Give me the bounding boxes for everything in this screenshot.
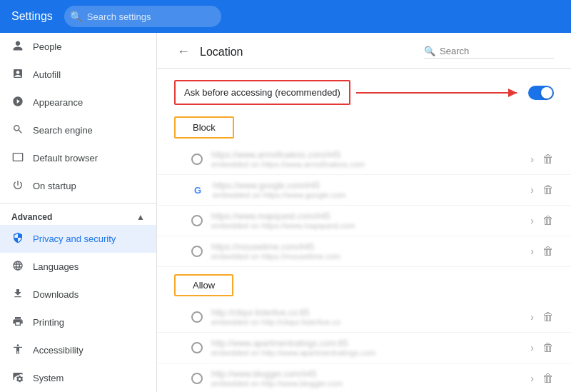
allow-section: Allow: [157, 274, 571, 299]
site-sub: embedded on https://mousetime.com: [211, 252, 522, 261]
block-sites-list: https://www.armsfinaless.com/#45 embedde…: [157, 144, 571, 267]
sidebar-item-accessibility[interactable]: Accessibility: [0, 336, 156, 364]
allow-sites-list: http://cliqur.listerlive.co:85 embedded …: [157, 302, 571, 392]
sidebar-label-autofill: Autofill: [33, 69, 145, 80]
delete-button[interactable]: 🗑: [542, 341, 554, 354]
on-startup-icon: [11, 179, 24, 193]
advanced-label: Advanced: [11, 212, 52, 222]
chevron-right-icon[interactable]: ›: [530, 311, 534, 323]
site-text: http://cliqur.listerlive.co:85 embedded …: [211, 308, 522, 326]
delete-button[interactable]: 🗑: [542, 214, 554, 227]
list-item: https://www.mapquest.com/#45 embedded on…: [157, 206, 571, 236]
topbar-search-wrap: 🔍: [64, 6, 221, 27]
site-text: https://mousetime.com/#45 embedded on ht…: [211, 242, 522, 261]
allow-label: Allow: [174, 274, 233, 296]
sidebar-item-default-browser[interactable]: Default browser: [0, 144, 156, 172]
site-globe-icon: [191, 373, 203, 384]
sidebar-label-accessibility: Accessibility: [33, 345, 145, 356]
site-sub: embedded on https://www.armsfinaless.com: [211, 160, 522, 169]
sidebar-item-on-startup[interactable]: On startup: [0, 172, 156, 200]
content-search-input[interactable]: [440, 46, 554, 56]
advanced-chevron-icon: ▲: [136, 212, 145, 222]
sidebar-label-downloads: Downloads: [33, 289, 145, 300]
system-icon: [11, 371, 24, 385]
sidebar-label-system: System: [33, 373, 145, 383]
sidebar-item-downloads[interactable]: Downloads: [0, 281, 156, 308]
delete-button[interactable]: 🗑: [542, 184, 554, 196]
page-title: Location: [200, 46, 243, 59]
sidebar-item-system[interactable]: System: [0, 364, 156, 392]
sidebar-item-privacy-security[interactable]: Privacy and security: [0, 225, 156, 253]
chevron-right-icon[interactable]: ›: [530, 154, 534, 165]
site-url: http://www.blogger.com/#45: [211, 369, 522, 379]
list-item: https://mousetime.com/#45 embedded on ht…: [157, 236, 571, 267]
languages-icon: [11, 260, 24, 273]
arrow-indicator: [356, 86, 522, 100]
site-url: http://www.apartmentratings.com:85: [211, 338, 522, 348]
ask-before-accessing-row: Ask before accessing (recommended): [157, 69, 571, 116]
chevron-right-icon[interactable]: ›: [530, 184, 534, 196]
delete-button[interactable]: 🗑: [542, 311, 554, 323]
site-globe-icon: [191, 246, 203, 257]
list-item: https://www.armsfinaless.com/#45 embedde…: [157, 144, 571, 175]
delete-button[interactable]: 🗑: [542, 372, 554, 385]
topbar-search-input[interactable]: [64, 6, 221, 27]
sidebar-label-people: People: [33, 41, 145, 52]
chevron-right-icon[interactable]: ›: [530, 373, 534, 384]
toggle-knob: [541, 87, 552, 99]
google-icon: G: [191, 184, 204, 196]
sidebar-divider: [0, 203, 156, 203]
sidebar-label-languages: Languages: [33, 261, 145, 272]
site-url: https://www.mapquest.com/#45: [211, 211, 522, 221]
printing-icon: [11, 316, 24, 329]
sidebar-label-default-browser: Default browser: [33, 153, 145, 164]
sidebar-item-people[interactable]: People: [0, 33, 156, 61]
people-icon: [11, 40, 24, 54]
sidebar-item-appearance[interactable]: Appearance: [0, 89, 156, 116]
site-text: https://www.armsfinaless.com/#45 embedde…: [211, 150, 522, 169]
site-globe-icon: [191, 342, 203, 353]
site-text: http://www.apartmentratings.com:85 embed…: [211, 338, 522, 357]
sidebar-label-printing: Printing: [33, 317, 145, 328]
sidebar-item-autofill[interactable]: Autofill: [0, 61, 156, 89]
delete-button[interactable]: 🗑: [542, 245, 554, 258]
block-section: Block: [157, 116, 571, 141]
privacy-security-icon: [11, 232, 24, 246]
autofill-icon: [11, 68, 24, 81]
sidebar-item-search-engine[interactable]: Search engine: [0, 116, 156, 144]
appearance-icon: [11, 96, 24, 109]
site-url: https://www.armsfinaless.com/#45: [211, 150, 522, 160]
default-browser-icon: [11, 151, 24, 165]
search-engine-icon: [11, 124, 24, 137]
list-item: http://www.apartmentratings.com:85 embed…: [157, 333, 571, 363]
accessibility-icon: [11, 343, 24, 357]
site-url: http://cliqur.listerlive.co:85: [211, 308, 522, 318]
back-button[interactable]: ←: [174, 43, 193, 61]
site-sub: embedded on https://www.mapquest.com: [211, 221, 522, 230]
site-sub: embedded on http://www.blogger.com: [211, 379, 522, 388]
sidebar-label-search-engine: Search engine: [33, 125, 145, 136]
site-text: http://www.blogger.com/#45 embedded on h…: [211, 369, 522, 388]
delete-button[interactable]: 🗑: [542, 153, 554, 166]
site-text: https://www.google.com/#45 embedded on h…: [213, 181, 522, 199]
sidebar-item-printing[interactable]: Printing: [0, 308, 156, 336]
content-area: ← Location 🔍 Ask before accessing (recom…: [157, 33, 571, 392]
sidebar-label-on-startup: On startup: [33, 181, 145, 191]
block-label: Block: [174, 116, 234, 139]
content-header: ← Location 🔍: [157, 33, 571, 69]
ask-toggle[interactable]: [528, 86, 554, 100]
site-globe-icon: [191, 311, 203, 323]
chevron-right-icon[interactable]: ›: [530, 215, 534, 226]
site-globe-icon: [191, 215, 203, 226]
chevron-right-icon[interactable]: ›: [530, 342, 534, 353]
main-layout: People Autofill Appearance Search engine…: [0, 33, 571, 392]
site-url: https://www.google.com/#45: [213, 181, 522, 191]
advanced-section-header[interactable]: Advanced ▲: [0, 206, 156, 225]
site-text: https://www.mapquest.com/#45 embedded on…: [211, 211, 522, 230]
content-search-icon: 🔍: [424, 46, 435, 56]
list-item: http://www.blogger.com/#45 embedded on h…: [157, 363, 571, 392]
sidebar: People Autofill Appearance Search engine…: [0, 33, 157, 392]
chevron-right-icon[interactable]: ›: [530, 246, 534, 257]
sidebar-item-languages[interactable]: Languages: [0, 253, 156, 281]
sidebar-label-appearance: Appearance: [33, 97, 145, 108]
